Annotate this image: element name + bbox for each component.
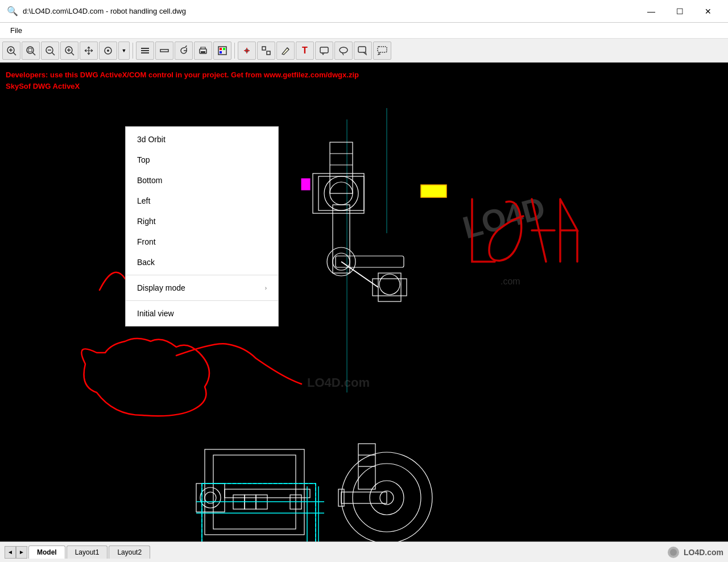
svg-line-11: [72, 52, 75, 55]
zoom-in-button[interactable]: [60, 42, 78, 60]
pan-button[interactable]: [80, 42, 98, 60]
svg-rect-25: [220, 51, 222, 53]
svg-point-4: [27, 47, 34, 53]
tab-prev-button[interactable]: ◄: [5, 546, 16, 559]
text-button[interactable]: T: [296, 42, 314, 60]
app-icon: 🔍: [7, 6, 18, 16]
layers-button[interactable]: [136, 42, 154, 60]
initial-view-item[interactable]: Initial view: [126, 303, 278, 324]
status-bar: ◄ ► Model Layout1 Layout2 LO4D.com: [0, 542, 728, 562]
brand-name: LO4D.com: [684, 548, 723, 557]
developer-watermark: Developers: use this DWG ActiveX/COM con…: [6, 69, 359, 92]
window-controls: — ☐ ✕: [638, 2, 721, 20]
submenu-arrow: ›: [265, 285, 267, 291]
separator1: [133, 43, 133, 59]
svg-point-53: [200, 487, 221, 508]
dev-line1: Developers: use this DWG ActiveX/COM con…: [6, 69, 359, 81]
svg-rect-51: [213, 455, 296, 529]
view-dropdown-menu: 3d Orbit Top Bottom Left Right Front Bac…: [125, 126, 279, 327]
maximize-button[interactable]: ☐: [667, 2, 693, 20]
callout1-button[interactable]: [315, 42, 333, 60]
display-mode-item[interactable]: Display mode ›: [126, 278, 278, 298]
snap2-button[interactable]: [257, 42, 275, 60]
svg-rect-6: [28, 48, 32, 52]
svg-rect-31: [358, 47, 366, 52]
zoom-realtime-button[interactable]: [2, 42, 20, 60]
callout4-button[interactable]: [373, 42, 391, 60]
callout2-button[interactable]: [334, 42, 353, 60]
svg-rect-18: [141, 52, 149, 53]
svg-rect-49: [336, 256, 404, 267]
svg-rect-23: [220, 48, 222, 50]
print-button[interactable]: [194, 42, 212, 60]
svg-rect-24: [223, 48, 225, 50]
cad-drawing: LO4D .com LO4D.com: [0, 63, 728, 542]
svg-text:.com: .com: [500, 276, 520, 286]
properties-button[interactable]: [155, 42, 173, 60]
bottom-item[interactable]: Bottom: [126, 170, 278, 191]
window-title: d:\LO4D.com\LO4D.com - robot handling ce…: [23, 7, 186, 15]
svg-rect-17: [141, 50, 149, 51]
svg-rect-16: [141, 48, 149, 49]
dev-line2: SkySof DWG ActiveX: [6, 81, 359, 92]
svg-rect-28: [267, 51, 270, 55]
svg-text:LO4D.com: LO4D.com: [307, 375, 370, 390]
svg-point-15: [107, 49, 109, 52]
zoom-window-button[interactable]: [22, 42, 40, 60]
close-button[interactable]: ✕: [695, 2, 721, 20]
cad-viewport[interactable]: Developers: use this DWG ActiveX/COM con…: [0, 63, 728, 542]
menu-separator1: [126, 275, 278, 275]
menu-bar: File: [0, 23, 728, 39]
svg-rect-19: [160, 49, 168, 52]
view-dropdown-button[interactable]: ▼: [118, 42, 130, 60]
svg-line-5: [33, 52, 36, 55]
svg-rect-32: [378, 47, 387, 52]
svg-rect-75: [301, 179, 310, 190]
svg-line-8: [52, 52, 55, 55]
layout2-tab[interactable]: Layout2: [109, 546, 150, 559]
orbit-item[interactable]: 3d Orbit: [126, 129, 278, 150]
title-bar: 🔍 d:\LO4D.com\LO4D.com - robot handling …: [0, 0, 728, 23]
snap1-button[interactable]: [238, 42, 256, 60]
refresh-button[interactable]: [175, 42, 193, 60]
svg-rect-27: [262, 47, 266, 50]
callout3-button[interactable]: [354, 42, 372, 60]
svg-rect-46: [378, 273, 401, 301]
file-menu[interactable]: File: [5, 24, 28, 37]
separator2: [234, 43, 235, 59]
minimize-button[interactable]: —: [638, 2, 664, 20]
svg-rect-29: [320, 47, 328, 53]
layout1-tab[interactable]: Layout1: [67, 546, 108, 559]
tab-next-button[interactable]: ►: [16, 546, 27, 559]
svg-line-1: [14, 52, 16, 55]
svg-point-30: [340, 47, 348, 53]
svg-rect-21: [201, 51, 205, 53]
left-item[interactable]: Left: [126, 191, 278, 211]
svg-point-47: [379, 274, 400, 295]
svg-rect-76: [421, 185, 446, 197]
back-item[interactable]: Back: [126, 252, 278, 272]
menu-separator2: [126, 300, 278, 301]
pencil-button[interactable]: [276, 42, 295, 60]
select-button[interactable]: [99, 42, 117, 60]
bitmap-button[interactable]: [213, 42, 231, 60]
zoom-out-button[interactable]: [41, 42, 59, 60]
svg-rect-50: [205, 449, 304, 535]
svg-point-81: [670, 549, 677, 556]
toolbar: ▼ T: [0, 39, 728, 63]
front-item[interactable]: Front: [126, 232, 278, 252]
top-item[interactable]: Top: [126, 150, 278, 170]
lo4d-brand-logo: LO4D.com: [665, 546, 723, 559]
title-bar-left: 🔍 d:\LO4D.com\LO4D.com - robot handling …: [7, 6, 186, 16]
right-item[interactable]: Right: [126, 211, 278, 232]
model-tab[interactable]: Model: [28, 546, 65, 559]
